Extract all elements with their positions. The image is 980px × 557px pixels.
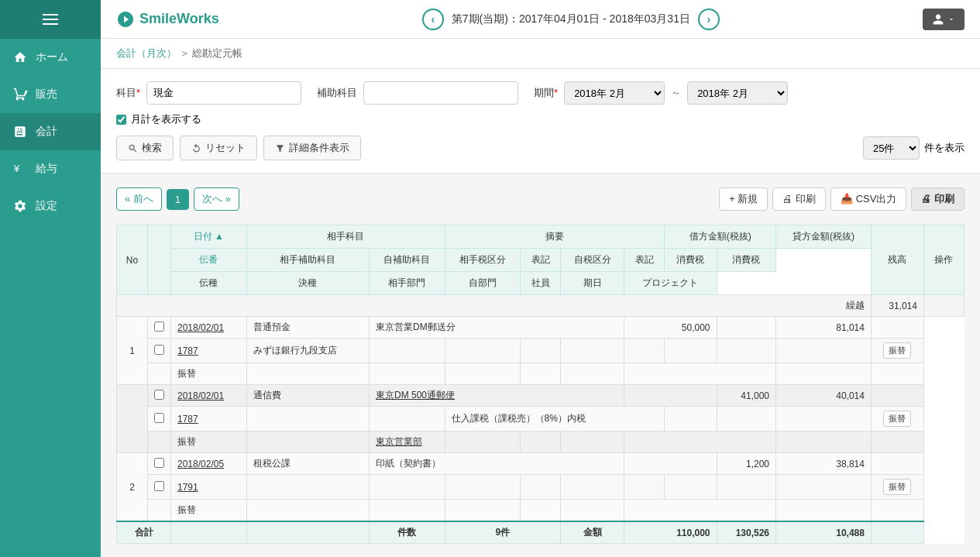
items-per-page-select[interactable]: 25件 50件 100件 [863,136,920,160]
breadcrumb: 会計（月次） ＞ 総勘定元帳 [101,39,980,69]
detail-condition-button[interactable]: 詳細条件表示 [263,136,361,160]
current-page: 1 [167,189,189,210]
col-self-dept: 自部門 [445,272,521,295]
table-row: 2018/02/01 通信費 東京DM 500通郵便 41,000 40,014 [117,385,965,407]
prev-page-button[interactable]: « 前へ [116,187,162,211]
row-tax-2 [665,407,717,432]
sidebar: ホーム 販売 会計 ¥ 給与 設定 [0,0,101,557]
sub-subject-input[interactable] [363,81,518,105]
row-date2-1 [561,363,624,385]
sidebar-item-sales[interactable]: 販売 [0,76,101,113]
hamburger-icon[interactable] [43,14,58,25]
col-project: プロジェクト [624,272,717,295]
row-vibun-2[interactable]: 振替 [871,407,923,432]
row-date-3[interactable]: 2018/02/05 [171,453,247,475]
row-self-dept-3 [445,500,521,522]
col-sub-counterpart: 相手補助科目 [246,249,369,272]
col-tax-type: 相手税区分 [445,249,521,272]
row-vibun-3[interactable]: 振替 [871,475,923,500]
row-dept-1 [370,363,445,385]
row-balance-1: 81,014 [776,317,872,339]
reset-button[interactable]: リセット [180,136,257,160]
row-debit-2 [624,385,717,407]
carry-over-row: 繰越 31,014 [117,295,965,317]
row-denpyo-3[interactable]: 1791 [171,475,247,500]
row-self-sub-2 [370,407,445,432]
row-denpyo-1[interactable]: 1787 [171,339,247,363]
period-to-select[interactable]: 2018年 2月 [687,81,788,105]
row-debit-1: 50,000 [624,317,717,339]
row-check-3b[interactable] [148,475,171,500]
row-balance-3: 38,814 [776,453,872,475]
row-decision-2 [246,432,369,453]
col-date[interactable]: 日付 ▲ [171,225,247,249]
period-group: 期間* 2018年 2月 ～ 2018年 2月 [534,81,788,105]
search-button[interactable]: 検索 [116,136,174,160]
filter-row: 科目* 補助科目 期間* 2018年 2月 ～ [116,81,965,105]
subject-input[interactable] [146,81,301,105]
col-self-tax: 自税区分 [561,249,624,272]
row-summary-2[interactable]: 東京DM 500通郵便 [370,385,624,407]
row-vibun-1[interactable]: 振替 [871,339,923,363]
row-credit-1 [717,317,776,339]
next-period-button[interactable]: › [698,9,720,30]
total-amount-label: 金額 [561,521,624,544]
row-debit-3 [624,453,717,475]
row-date-2[interactable]: 2018/02/01 [171,385,247,407]
sidebar-item-accounting[interactable]: 会計 [0,113,101,150]
total-label: 合計 [117,521,171,544]
next-page-button[interactable]: 次へ » [194,187,239,211]
csv-button[interactable]: 📥 CSV出力 [830,187,906,211]
col-display2: 表記 [624,249,665,272]
total-balance: 10,488 [776,521,872,544]
row-tax-1 [665,339,717,363]
row-check-1b[interactable] [148,339,171,363]
row-balance-2: 40,014 [776,385,872,407]
prev-period-button[interactable]: ‹ [422,9,444,30]
yen-icon: ¥ [12,161,28,177]
row-check-1a[interactable] [148,317,171,339]
row-tax-type-3 [445,475,521,500]
col-denpyo[interactable]: 伝番 [171,249,247,272]
period-from-select[interactable]: 2018年 2月 [564,81,665,105]
vibun-button-3[interactable]: 振替 [883,479,911,495]
row-sub-counterpart-3 [246,475,369,500]
row-summary-1: 東京営業DM郵送分 [370,317,624,339]
monthly-checkbox[interactable] [116,115,126,125]
breadcrumb-parent[interactable]: 会計（月次） [116,47,177,59]
gear-icon [12,198,28,214]
vibun-button-1[interactable]: 振替 [883,342,911,359]
filter-section: 科目* 補助科目 期間* 2018年 2月 ～ [101,69,980,174]
sidebar-item-home[interactable]: ホーム [0,39,101,76]
row-sub-counterpart-1: みずほ銀行九段支店 [246,339,369,363]
row-denpyo-2[interactable]: 1787 [171,407,247,432]
col-no: No [117,225,148,295]
row-display2-1 [624,339,665,363]
print-button-2[interactable]: 🖨 印刷 [911,187,965,211]
row-date-1[interactable]: 2018/02/01 [171,317,247,339]
table-row: 1787 仕入課税（課税売）（8%）内税 振替 [117,407,965,432]
row-tax-type-2: 仕入課税（課税売）（8%）内税 [445,407,665,432]
content-area: 会計（月次） ＞ 総勘定元帳 科目* 補助科目 期間* [101,39,980,557]
col-check [148,225,171,295]
row-self-tax2-1 [717,339,776,363]
sidebar-item-settings[interactable]: 設定 [0,187,101,225]
row-display1-3 [521,475,561,500]
print-button-1[interactable]: 🖨 印刷 [772,187,826,211]
sidebar-item-payroll[interactable]: ¥ 給与 [0,150,101,187]
row-dept-2[interactable]: 東京営業部 [370,432,445,453]
row-check-2a[interactable] [148,385,171,407]
total-count: 9件 [445,521,561,544]
row-tax-3 [665,475,717,500]
vibun-button-2[interactable]: 振替 [883,411,911,427]
row-check-3a[interactable] [148,453,171,475]
row-tax-type-1 [445,339,521,363]
user-button[interactable] [923,9,965,30]
monthly-label[interactable]: 月計を表示する [131,112,201,126]
col-summary: 摘要 [445,225,665,249]
cart-icon [12,87,28,102]
total-debit: 110,000 [624,521,717,544]
row-counterpart-3: 租税公課 [246,453,369,475]
row-check-2b[interactable] [148,407,171,432]
new-button[interactable]: + 新規 [719,187,768,211]
